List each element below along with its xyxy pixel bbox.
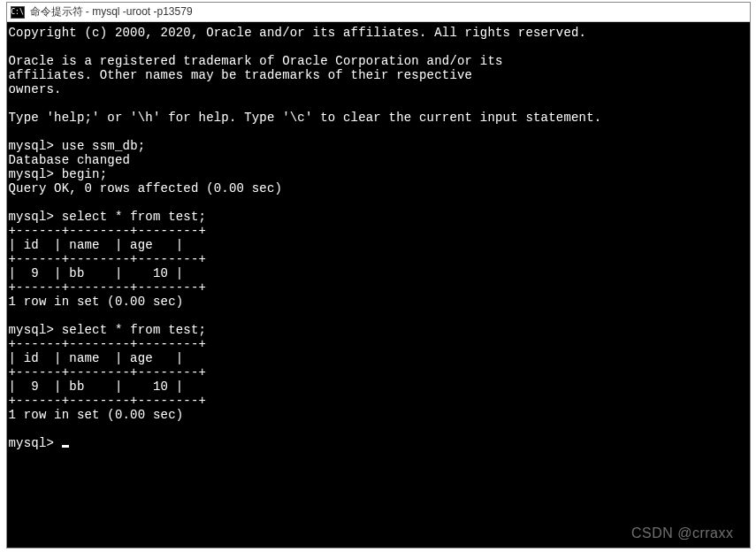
cmd-icon: C:\ <box>11 6 25 19</box>
titlebar[interactable]: C:\ 命令提示符 - mysql -uroot -p13579 <box>7 3 750 22</box>
table-row: | 9 | bb | 10 | <box>9 266 184 280</box>
terminal-output[interactable]: Copyright (c) 2000, 2020, Oracle and/or … <box>7 22 750 548</box>
table-border: +------+--------+--------+ <box>9 394 207 408</box>
trademark-line: affiliates. Other names may be trademark… <box>9 68 473 82</box>
command-prompt-window: C:\ 命令提示符 - mysql -uroot -p13579 Copyrig… <box>6 2 751 548</box>
table-border: +------+--------+--------+ <box>9 224 207 238</box>
sql-command: select * from test; <box>62 323 206 337</box>
mysql-prompt: mysql> <box>9 139 55 153</box>
window-title: 命令提示符 - mysql -uroot -p13579 <box>30 4 193 19</box>
table-border: +------+--------+--------+ <box>9 252 207 266</box>
mysql-prompt: mysql> <box>9 167 55 181</box>
table-header: | id | name | age | <box>9 351 184 365</box>
result-footer: 1 row in set (0.00 sec) <box>9 295 184 309</box>
sql-command: begin; <box>62 167 108 181</box>
watermark: CSDN @crraxx <box>631 526 734 540</box>
db-response: Database changed <box>9 153 131 167</box>
mysql-prompt: mysql> <box>9 436 55 450</box>
table-border: +------+--------+--------+ <box>9 337 207 351</box>
sql-command: select * from test; <box>62 210 206 224</box>
sql-command: use ssm_db; <box>62 139 146 153</box>
copyright-line: Copyright (c) 2000, 2020, Oracle and/or … <box>9 26 587 40</box>
trademark-line: Oracle is a registered trademark of Orac… <box>9 54 503 68</box>
mysql-prompt: mysql> <box>9 323 55 337</box>
db-response: Query OK, 0 rows affected (0.00 sec) <box>9 181 283 196</box>
table-border: +------+--------+--------+ <box>9 280 207 295</box>
result-footer: 1 row in set (0.00 sec) <box>9 408 184 422</box>
help-hint: Type 'help;' or '\h' for help. Type '\c'… <box>9 111 602 125</box>
table-border: +------+--------+--------+ <box>9 365 207 380</box>
cursor-icon <box>62 445 69 448</box>
table-row: | 9 | bb | 10 | <box>9 380 184 394</box>
trademark-line: owners. <box>9 82 62 96</box>
table-header: | id | name | age | <box>9 238 184 252</box>
mysql-prompt: mysql> <box>9 210 55 224</box>
